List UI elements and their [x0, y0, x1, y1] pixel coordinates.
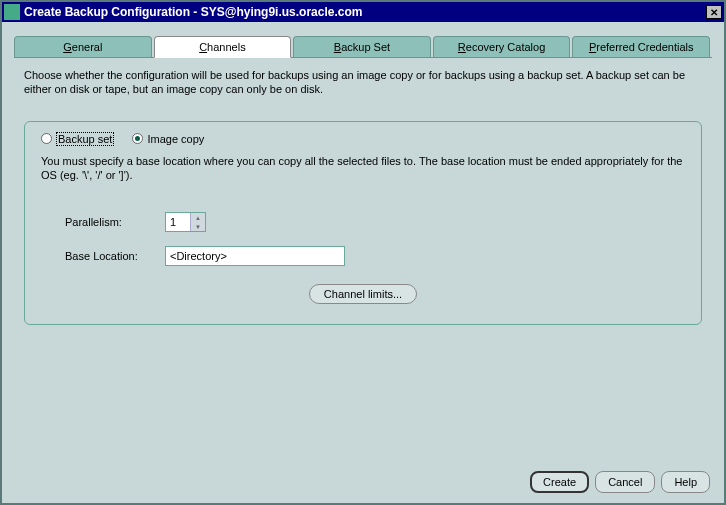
app-icon	[4, 4, 20, 20]
parallelism-row: Parallelism: ▲ ▼	[41, 212, 685, 232]
parallelism-input[interactable]	[166, 213, 190, 231]
radio-label: Backup set	[58, 133, 112, 145]
radio-icon	[41, 133, 52, 144]
tab-label: referred Credentials	[596, 41, 693, 53]
tab-backup-set[interactable]: Backup Set	[293, 36, 431, 58]
radio-image-copy[interactable]: Image copy	[132, 132, 204, 146]
tab-panel-channels: Choose whether the configuration will be…	[14, 57, 712, 453]
tab-label: hannels	[207, 41, 246, 53]
channel-limits-button[interactable]: Channel limits...	[309, 284, 417, 304]
inner-description-text: You must specify a base location where y…	[41, 154, 685, 183]
tab-general[interactable]: General	[14, 36, 152, 58]
help-button[interactable]: Help	[661, 471, 710, 493]
create-button[interactable]: Create	[530, 471, 589, 493]
spinner-buttons: ▲ ▼	[190, 213, 205, 231]
tab-recovery-catalog[interactable]: Recovery Catalog	[433, 36, 571, 58]
spinner-down-icon[interactable]: ▼	[191, 222, 205, 231]
radio-group: Backup set Image copy	[41, 132, 685, 146]
base-location-label: Base Location:	[65, 250, 165, 262]
tab-label: ackup Set	[341, 41, 390, 53]
parallelism-label: Parallelism:	[65, 216, 165, 228]
options-fieldset: Backup set Image copy You must specify a…	[24, 121, 702, 326]
tab-channels[interactable]: Channels	[154, 36, 292, 58]
tab-preferred-credentials[interactable]: Preferred Credentials	[572, 36, 710, 58]
radio-backup-set[interactable]: Backup set	[41, 132, 114, 146]
radio-icon	[132, 133, 143, 144]
titlebar: Create Backup Configuration - SYS@hying9…	[2, 2, 724, 22]
content-area: General Channels Backup Set Recovery Cat…	[2, 22, 724, 461]
description-text: Choose whether the configuration will be…	[24, 68, 702, 97]
spinner-up-icon[interactable]: ▲	[191, 213, 205, 222]
radio-label: Image copy	[147, 133, 204, 145]
parallelism-stepper[interactable]: ▲ ▼	[165, 212, 206, 232]
window-title: Create Backup Configuration - SYS@hying9…	[24, 5, 706, 19]
tab-label: eneral	[72, 41, 103, 53]
dialog-window: Create Backup Configuration - SYS@hying9…	[0, 0, 726, 505]
dialog-footer: Create Cancel Help	[2, 461, 724, 503]
channel-limits-row: Channel limits...	[41, 284, 685, 304]
tab-bar: General Channels Backup Set Recovery Cat…	[14, 36, 712, 58]
close-icon[interactable]: ✕	[706, 5, 722, 19]
base-location-input[interactable]	[165, 246, 345, 266]
tab-label: ecovery Catalog	[466, 41, 546, 53]
cancel-button[interactable]: Cancel	[595, 471, 655, 493]
base-location-row: Base Location:	[41, 246, 685, 266]
